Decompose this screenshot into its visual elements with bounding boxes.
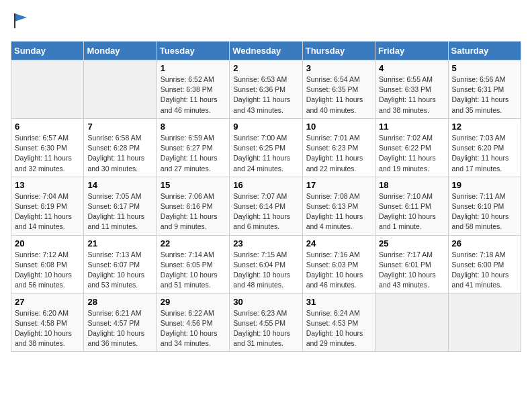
day-number: 25 [379,238,444,248]
day-info: Sunrise: 7:07 AMSunset: 6:14 PMDaylight:… [233,191,298,232]
calendar-cell: 12Sunrise: 7:03 AMSunset: 6:20 PMDayligh… [448,118,521,177]
calendar-cell [84,60,157,119]
calendar-cell: 25Sunrise: 7:17 AMSunset: 6:01 PMDayligh… [375,235,448,293]
calendar-cell: 22Sunrise: 7:14 AMSunset: 6:05 PMDayligh… [157,235,229,293]
day-info: Sunrise: 7:01 AMSunset: 6:23 PMDaylight:… [306,133,371,174]
day-number: 21 [87,238,152,248]
day-number: 9 [233,122,298,132]
day-number: 20 [15,238,80,248]
day-info: Sunrise: 7:12 AMSunset: 6:08 PMDaylight:… [15,250,80,291]
calendar-cell: 8Sunrise: 6:59 AMSunset: 6:27 PMDaylight… [157,118,229,177]
day-info: Sunrise: 7:03 AMSunset: 6:20 PMDaylight:… [452,133,517,174]
day-info: Sunrise: 7:00 AMSunset: 6:25 PMDaylight:… [233,133,298,174]
day-info: Sunrise: 6:57 AMSunset: 6:30 PMDaylight:… [15,133,80,174]
day-info: Sunrise: 7:04 AMSunset: 6:19 PMDaylight:… [15,191,80,232]
day-number: 6 [15,122,80,132]
header-day-friday: Friday [375,42,448,60]
day-number: 1 [161,63,226,73]
header-day-sunday: Sunday [11,42,84,60]
calendar-cell: 31Sunrise: 6:24 AMSunset: 4:53 PMDayligh… [302,293,375,352]
calendar-cell: 14Sunrise: 7:05 AMSunset: 6:17 PMDayligh… [84,177,157,235]
day-info: Sunrise: 6:23 AMSunset: 4:55 PMDaylight:… [233,308,298,349]
calendar-cell: 28Sunrise: 6:21 AMSunset: 4:57 PMDayligh… [84,293,157,352]
calendar-cell [375,293,448,352]
day-info: Sunrise: 7:10 AMSunset: 6:11 PMDaylight:… [379,191,444,232]
day-number: 11 [379,122,444,132]
day-number: 15 [161,180,226,190]
day-number: 27 [15,297,80,307]
calendar-cell: 26Sunrise: 7:18 AMSunset: 6:00 PMDayligh… [448,235,521,293]
calendar-cell: 15Sunrise: 7:06 AMSunset: 6:16 PMDayligh… [157,177,229,235]
calendar-cell: 11Sunrise: 7:02 AMSunset: 6:22 PMDayligh… [375,118,448,177]
day-info: Sunrise: 6:59 AMSunset: 6:27 PMDaylight:… [161,133,226,174]
day-info: Sunrise: 7:15 AMSunset: 6:04 PMDaylight:… [233,250,298,291]
day-number: 26 [452,238,517,248]
header-day-thursday: Thursday [302,42,375,60]
day-info: Sunrise: 7:02 AMSunset: 6:22 PMDaylight:… [379,133,444,174]
calendar-cell: 1Sunrise: 6:52 AMSunset: 6:38 PMDaylight… [157,60,229,119]
header-row: SundayMondayTuesdayWednesdayThursdayFrid… [11,42,521,60]
calendar-cell: 5Sunrise: 6:56 AMSunset: 6:31 PMDaylight… [448,60,521,119]
calendar-cell: 20Sunrise: 7:12 AMSunset: 6:08 PMDayligh… [11,235,84,293]
day-number: 28 [87,297,152,307]
day-number: 16 [233,180,298,190]
day-info: Sunrise: 6:54 AMSunset: 6:35 PMDaylight:… [306,75,371,116]
header-day-monday: Monday [84,42,157,60]
calendar-table: SundayMondayTuesdayWednesdayThursdayFrid… [11,41,521,352]
day-number: 18 [379,180,444,190]
day-number: 10 [306,122,371,132]
day-info: Sunrise: 7:08 AMSunset: 6:13 PMDaylight:… [306,191,371,232]
day-number: 4 [379,63,444,73]
calendar-cell [448,293,521,352]
calendar-week-1: 1Sunrise: 6:52 AMSunset: 6:38 PMDaylight… [11,60,521,119]
day-number: 8 [161,122,226,132]
calendar-cell: 19Sunrise: 7:11 AMSunset: 6:10 PMDayligh… [448,177,521,235]
day-info: Sunrise: 6:56 AMSunset: 6:31 PMDaylight:… [452,75,517,116]
header-day-saturday: Saturday [448,42,521,60]
day-number: 31 [306,297,371,307]
day-number: 2 [233,63,298,73]
day-number: 12 [452,122,517,132]
calendar-cell: 21Sunrise: 7:13 AMSunset: 6:07 PMDayligh… [84,235,157,293]
day-number: 30 [233,297,298,307]
calendar-week-3: 13Sunrise: 7:04 AMSunset: 6:19 PMDayligh… [11,177,521,235]
day-info: Sunrise: 7:17 AMSunset: 6:01 PMDaylight:… [379,250,444,291]
day-info: Sunrise: 6:24 AMSunset: 4:53 PMDaylight:… [306,308,371,349]
day-info: Sunrise: 6:58 AMSunset: 6:28 PMDaylight:… [87,133,152,174]
day-number: 13 [15,180,80,190]
day-number: 7 [87,122,152,132]
day-info: Sunrise: 7:14 AMSunset: 6:05 PMDaylight:… [161,250,226,291]
calendar-cell: 30Sunrise: 6:23 AMSunset: 4:55 PMDayligh… [230,293,302,352]
day-number: 29 [161,297,226,307]
svg-marker-0 [15,13,27,21]
calendar-cell: 29Sunrise: 6:22 AMSunset: 4:56 PMDayligh… [157,293,229,352]
calendar-cell: 24Sunrise: 7:16 AMSunset: 6:03 PMDayligh… [302,235,375,293]
day-info: Sunrise: 6:21 AMSunset: 4:57 PMDaylight:… [87,308,152,349]
day-number: 22 [161,238,226,248]
calendar-cell: 10Sunrise: 7:01 AMSunset: 6:23 PMDayligh… [302,118,375,177]
calendar-week-5: 27Sunrise: 6:20 AMSunset: 4:58 PMDayligh… [11,293,521,352]
day-number: 17 [306,180,371,190]
day-info: Sunrise: 7:06 AMSunset: 6:16 PMDaylight:… [161,191,226,232]
logo-flag-icon [12,11,31,30]
day-number: 23 [233,238,298,248]
day-number: 5 [452,63,517,73]
calendar-header: SundayMondayTuesdayWednesdayThursdayFrid… [11,42,521,60]
logo [11,11,31,33]
calendar-cell: 23Sunrise: 7:15 AMSunset: 6:04 PMDayligh… [230,235,302,293]
calendar-cell: 4Sunrise: 6:55 AMSunset: 6:33 PMDaylight… [375,60,448,119]
calendar-cell: 13Sunrise: 7:04 AMSunset: 6:19 PMDayligh… [11,177,84,235]
calendar-cell: 18Sunrise: 7:10 AMSunset: 6:11 PMDayligh… [375,177,448,235]
calendar-cell [11,60,84,119]
header-day-wednesday: Wednesday [230,42,302,60]
day-info: Sunrise: 7:11 AMSunset: 6:10 PMDaylight:… [452,191,517,232]
day-info: Sunrise: 6:53 AMSunset: 6:36 PMDaylight:… [233,75,298,116]
day-info: Sunrise: 7:16 AMSunset: 6:03 PMDaylight:… [306,250,371,291]
day-info: Sunrise: 7:18 AMSunset: 6:00 PMDaylight:… [452,250,517,291]
day-info: Sunrise: 7:05 AMSunset: 6:17 PMDaylight:… [87,191,152,232]
page-header [11,11,521,33]
calendar-week-4: 20Sunrise: 7:12 AMSunset: 6:08 PMDayligh… [11,235,521,293]
day-info: Sunrise: 6:52 AMSunset: 6:38 PMDaylight:… [161,75,226,116]
calendar-week-2: 6Sunrise: 6:57 AMSunset: 6:30 PMDaylight… [11,118,521,177]
day-number: 3 [306,63,371,73]
